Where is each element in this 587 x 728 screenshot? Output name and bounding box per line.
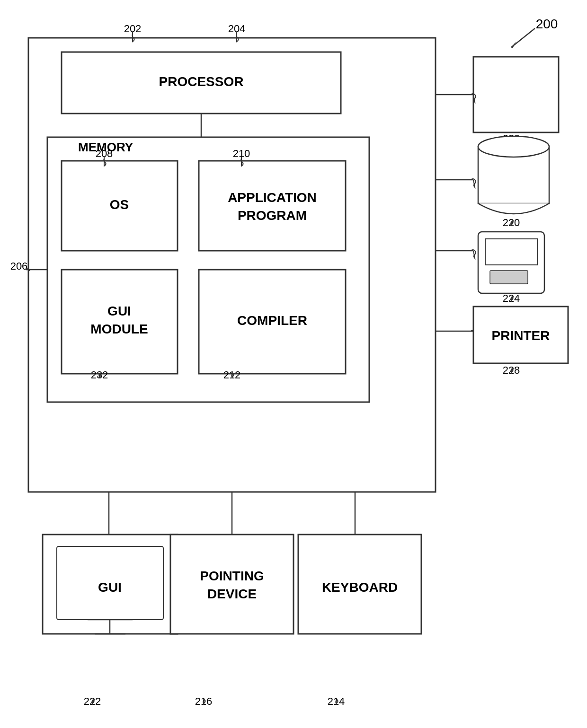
app-program-box — [199, 161, 346, 251]
app-program-label-1: APPLICATION — [228, 190, 317, 205]
pointing-device-label-2: DEVICE — [207, 587, 257, 601]
processor-label: PROCESSOR — [159, 74, 244, 89]
pointing-device-label-1: POINTING — [200, 569, 264, 583]
database-cylinder-top — [478, 136, 549, 157]
svg-line-0 — [511, 28, 535, 47]
display-box — [473, 57, 559, 132]
svg-marker-1 — [511, 42, 516, 48]
gui-module-label-1: GUI — [107, 304, 131, 318]
gui-label: GUI — [98, 580, 122, 595]
floppy-disk-metal — [490, 271, 528, 284]
os-label: OS — [110, 197, 129, 212]
ref-206: 206 — [10, 260, 28, 272]
floppy-disk-label — [485, 239, 537, 265]
keyboard-label: KEYBOARD — [322, 580, 398, 595]
app-program-label-2: PROGRAM — [238, 208, 307, 223]
database-cylinder-bottom — [478, 203, 549, 214]
pointing-device-box — [170, 535, 294, 634]
printer-label: PRINTER — [492, 328, 550, 343]
ref-200: 200 — [536, 17, 558, 31]
gui-module-label-2: MODULE — [90, 322, 148, 336]
compiler-label: COMPILER — [237, 313, 307, 328]
diagram-container: text { font-family: Arial, sans-serif; f… — [0, 0, 587, 728]
